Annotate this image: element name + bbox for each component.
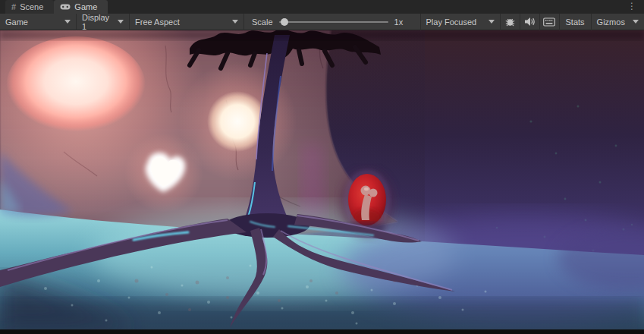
scale-slider-track[interactable] — [279, 21, 388, 23]
glow-heart — [124, 134, 203, 213]
aspect-ratio-dropdown[interactable]: Free Aspect — [130, 14, 243, 30]
chevron-down-icon — [64, 20, 71, 24]
scale-label: Scale — [252, 17, 273, 27]
display-dropdown[interactable]: Display 1 — [77, 14, 129, 30]
scale-value: 1x — [394, 17, 411, 27]
more-menu-icon[interactable]: ⋮ — [624, 1, 639, 11]
unity-editor-window: # Scene Game ⋮ Game Display 1 — [0, 0, 644, 334]
gizmos-dropdown-label: Gizmos — [597, 17, 625, 27]
keyboard-shortcuts-button[interactable] — [540, 14, 559, 30]
game-mode-dropdown[interactable]: Game — [0, 14, 76, 30]
chevron-down-icon — [232, 20, 238, 24]
tab-game-label: Game — [74, 2, 97, 11]
speaker-icon — [524, 17, 536, 27]
rendered-scene — [0, 30, 644, 329]
game-view-toolbar: Game Display 1 Free Aspect Scale 1x Play… — [0, 14, 644, 30]
stats-button[interactable]: Stats — [560, 14, 591, 30]
tab-game[interactable]: Game — [54, 0, 108, 14]
chevron-down-icon — [488, 20, 495, 24]
gamepad-icon — [60, 3, 71, 11]
scale-slider[interactable] — [279, 14, 388, 30]
tab-scene[interactable]: # Scene — [5, 0, 54, 14]
chevron-down-icon — [633, 20, 639, 24]
window-bottom-edge — [0, 329, 644, 334]
scale-slider-handle[interactable] — [281, 18, 288, 26]
display-dropdown-label: Display 1 — [82, 13, 112, 31]
toolbar-separator — [243, 14, 244, 30]
gizmos-dropdown[interactable]: Gizmos — [592, 14, 644, 30]
scene-grid-icon: # — [11, 3, 16, 11]
chevron-down-icon — [118, 20, 124, 24]
keyboard-icon — [543, 17, 555, 27]
mute-audio-button[interactable] — [520, 14, 539, 30]
bug-icon — [504, 16, 516, 27]
aspect-ratio-dropdown-label: Free Aspect — [135, 17, 180, 27]
tab-bar: # Scene Game ⋮ — [0, 0, 644, 14]
play-focused-dropdown[interactable]: Play Focused — [421, 14, 500, 30]
play-focused-label: Play Focused — [426, 17, 477, 27]
debug-bug-button[interactable] — [501, 14, 520, 30]
game-mode-dropdown-label: Game — [5, 17, 28, 27]
stats-button-label: Stats — [566, 17, 585, 27]
tab-scene-label: Scene — [20, 2, 43, 11]
game-viewport[interactable] — [0, 30, 644, 329]
